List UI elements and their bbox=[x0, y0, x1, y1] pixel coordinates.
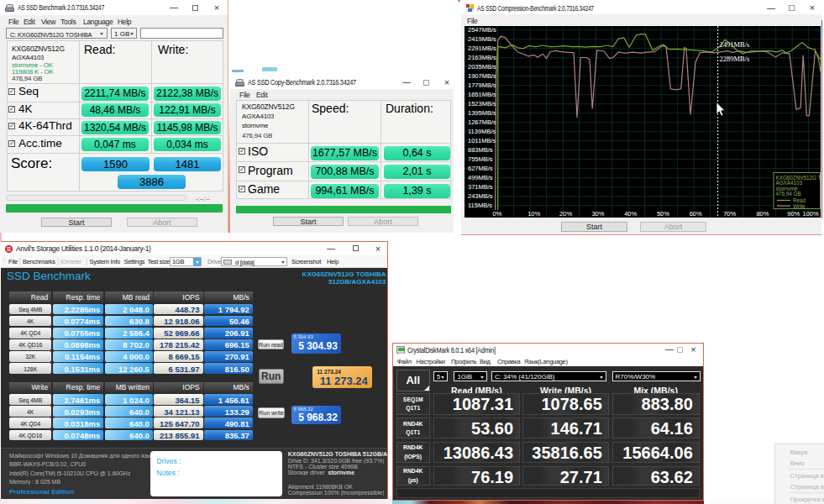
svg-text:499MB/s: 499MB/s bbox=[468, 174, 493, 181]
svg-text:20%: 20% bbox=[559, 210, 572, 218]
svg-text:90%: 90% bbox=[787, 210, 800, 218]
svg-text:50%: 50% bbox=[657, 210, 669, 218]
svg-text:1779MB/s: 1779MB/s bbox=[468, 81, 496, 89]
svg-text:1011MB/s: 1011MB/s bbox=[468, 137, 496, 144]
svg-text:1139MB/s: 1139MB/s bbox=[468, 128, 496, 135]
svg-text:10%: 10% bbox=[527, 210, 540, 218]
svg-text:70%: 70% bbox=[723, 210, 736, 218]
svg-text:Write: Write bbox=[793, 203, 806, 209]
svg-text:100%: 100% bbox=[803, 210, 820, 218]
svg-text:627MB/s: 627MB/s bbox=[468, 165, 493, 172]
svg-text:30%: 30% bbox=[591, 210, 604, 218]
svg-text:40%: 40% bbox=[624, 210, 637, 218]
svg-text:2035MB/s: 2035MB/s bbox=[468, 63, 496, 71]
svg-text:80%: 80% bbox=[756, 210, 769, 218]
svg-text:476,94 GB: 476,94 GB bbox=[776, 191, 801, 197]
svg-text:60%: 60% bbox=[690, 210, 702, 218]
svg-text:2419MB/s: 2419MB/s bbox=[468, 35, 496, 43]
svg-text:755MB/s: 755MB/s bbox=[468, 155, 493, 163]
svg-text:1907MB/s: 1907MB/s bbox=[468, 72, 496, 80]
svg-text:2491MB/s: 2491MB/s bbox=[720, 40, 750, 49]
svg-text:2289MB/s: 2289MB/s bbox=[720, 55, 750, 63]
svg-text:1395MB/s: 1395MB/s bbox=[468, 109, 496, 117]
svg-text:1651MB/s: 1651MB/s bbox=[468, 91, 496, 98]
svg-text:2291MB/s: 2291MB/s bbox=[468, 45, 496, 52]
svg-text:0%: 0% bbox=[493, 210, 502, 218]
svg-text:1267MB/s: 1267MB/s bbox=[468, 118, 496, 126]
svg-text:115MB/s: 115MB/s bbox=[468, 202, 492, 209]
svg-text:883MB/s: 883MB/s bbox=[468, 146, 493, 154]
svg-text:1523MB/s: 1523MB/s bbox=[468, 100, 496, 108]
svg-text:2163MB/s: 2163MB/s bbox=[468, 54, 496, 61]
svg-text:243MB/s: 243MB/s bbox=[468, 192, 493, 200]
svg-text:2547MB/s: 2547MB/s bbox=[468, 26, 496, 34]
svg-text:371MB/s: 371MB/s bbox=[468, 183, 493, 191]
